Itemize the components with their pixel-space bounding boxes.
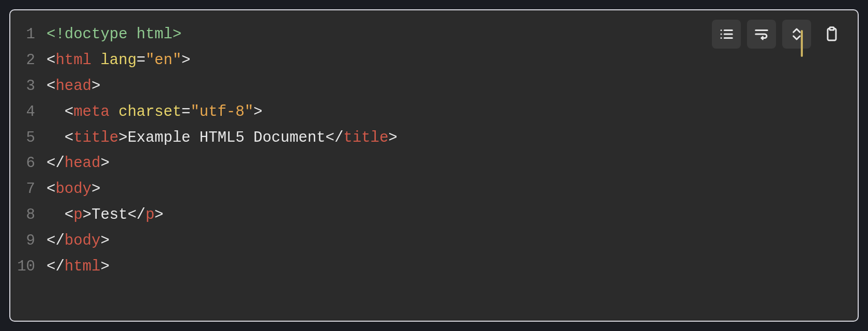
word-wrap-icon xyxy=(754,26,769,42)
code-line: <body> xyxy=(47,176,858,202)
code-line: <p>Test</p> xyxy=(47,202,858,228)
svg-rect-8 xyxy=(830,27,834,30)
code-line: <title>Example HTML5 Document</title> xyxy=(47,125,858,151)
code-content[interactable]: <!doctype html><html lang="en"><head><me… xyxy=(47,22,858,280)
toggle-line-numbers-button[interactable] xyxy=(712,20,741,49)
line-number: 1 xyxy=(10,22,35,48)
code-line: <meta charset="utf-8"> xyxy=(47,99,858,125)
toggle-word-wrap-button[interactable] xyxy=(747,20,776,49)
line-number: 8 xyxy=(10,202,35,228)
line-number: 5 xyxy=(10,125,35,151)
line-number-gutter: 12345678910 xyxy=(10,22,47,280)
expand-button[interactable] xyxy=(782,20,811,49)
line-number: 7 xyxy=(10,176,35,202)
line-numbers-icon xyxy=(719,26,734,42)
toolbar-separator xyxy=(801,30,803,57)
code-line: </body> xyxy=(47,228,858,254)
code-block: 12345678910 <!doctype html><html lang="e… xyxy=(9,9,859,322)
code-area: 12345678910 <!doctype html><html lang="e… xyxy=(10,10,858,291)
line-number: 4 xyxy=(10,99,35,125)
code-line: </head> xyxy=(47,151,858,176)
copy-button[interactable] xyxy=(817,20,846,49)
code-line: <html lang="en"> xyxy=(47,48,858,73)
line-number: 3 xyxy=(10,73,35,99)
line-number: 6 xyxy=(10,151,35,176)
code-line: </html> xyxy=(47,254,858,280)
line-number: 2 xyxy=(10,48,35,73)
code-toolbar xyxy=(712,20,846,49)
line-number: 9 xyxy=(10,228,35,254)
line-number: 10 xyxy=(10,254,35,280)
code-line: <head> xyxy=(47,73,858,99)
copy-icon xyxy=(824,26,840,42)
